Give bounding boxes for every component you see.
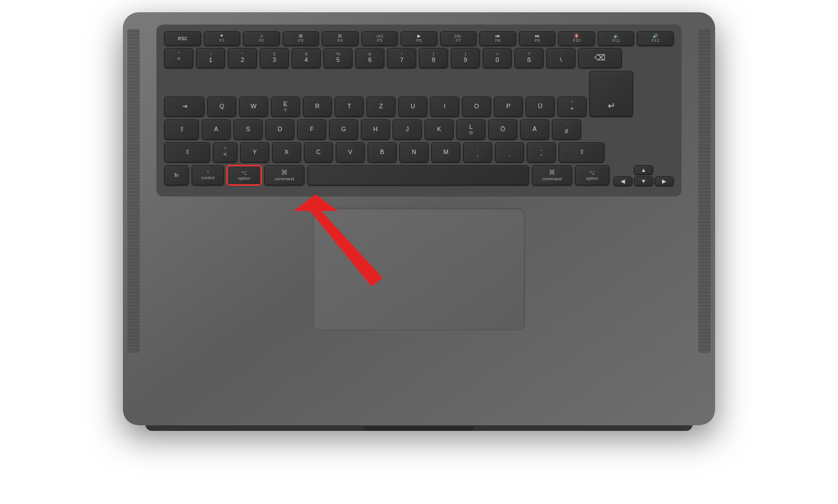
key-tab[interactable]: ⇥ xyxy=(164,97,204,117)
key-angle[interactable]: > < xyxy=(213,142,237,162)
key-w[interactable]: W xyxy=(239,97,268,117)
key-delete[interactable]: ⌫ xyxy=(578,48,622,68)
key-shift-right[interactable]: ⇧ xyxy=(559,142,604,162)
key-command-right[interactable]: ⌘ command xyxy=(532,165,572,185)
key-arrow-left[interactable]: ◀ xyxy=(613,176,632,186)
speaker-right xyxy=(698,29,711,353)
key-m[interactable]: M xyxy=(431,142,460,162)
key-g[interactable]: G xyxy=(329,119,358,140)
key-option-left[interactable]: ⌥ option xyxy=(227,165,261,185)
key-o[interactable]: O xyxy=(462,97,491,117)
key-option-right[interactable]: ⌥ option xyxy=(575,165,610,185)
key-z[interactable]: Z xyxy=(366,97,396,117)
arrow-key-group: ▲ ◀ ▼ ▶ xyxy=(613,165,674,186)
key-ae[interactable]: Ä xyxy=(520,119,549,140)
bottom-row: fn ^ control ⌥ option ⌘ command ⌘ xyxy=(164,165,674,186)
number-row: ° ^ ! 1 " 2 § 3 $ 4 xyxy=(164,48,674,68)
laptop-body: esc ✦ F1 ☼ F2 ⊞ F3 ⊟ F4 xyxy=(123,12,715,425)
key-f10[interactable]: 🔇 F10 xyxy=(558,31,595,46)
key-arrow-down[interactable]: ▼ xyxy=(634,176,653,186)
key-h[interactable]: H xyxy=(361,119,390,140)
key-comma[interactable]: ; , xyxy=(463,142,492,162)
key-f11[interactable]: 🔉 F11 xyxy=(598,31,635,46)
key-backtick[interactable]: ° ^ xyxy=(164,48,193,68)
key-oe[interactable]: Ö xyxy=(488,119,517,140)
key-d[interactable]: D xyxy=(265,119,294,140)
keyboard: esc ✦ F1 ☼ F2 ⊞ F3 ⊟ F4 xyxy=(156,25,682,196)
key-u[interactable]: U xyxy=(398,97,427,117)
key-l[interactable]: L @ xyxy=(456,119,485,140)
key-f8[interactable]: ⏮ F8 xyxy=(479,31,516,46)
yxcv-row: ⇧ > < Y X C V B N M ; , : . xyxy=(164,142,674,162)
key-ue[interactable]: Ü xyxy=(526,97,555,117)
key-f7[interactable]: ▷▷ F7 xyxy=(440,31,477,46)
key-p[interactable]: P xyxy=(494,97,523,117)
key-q[interactable]: Q xyxy=(207,97,236,117)
key-f1[interactable]: ✦ F1 xyxy=(204,31,241,46)
key-minus[interactable]: _ - xyxy=(527,142,556,162)
key-c[interactable]: C xyxy=(304,142,333,162)
qwertz-row: ⇥ Q W E € R T Z U I O P Ü * + xyxy=(164,71,674,117)
key-period[interactable]: : . xyxy=(495,142,524,162)
key-3[interactable]: § 3 xyxy=(260,48,289,68)
key-f5[interactable]: ◁◁ F5 xyxy=(361,31,398,46)
key-j[interactable]: J xyxy=(393,119,422,140)
key-k[interactable]: K xyxy=(425,119,454,140)
key-hash[interactable]: ' # xyxy=(552,119,581,140)
key-0[interactable]: = 0 xyxy=(483,48,512,68)
key-esc[interactable]: esc xyxy=(164,31,201,46)
key-t[interactable]: T xyxy=(335,97,364,117)
key-1[interactable]: ! 1 xyxy=(196,48,225,68)
key-f9[interactable]: ⏭ F9 xyxy=(519,31,556,46)
fn-row: esc ✦ F1 ☼ F2 ⊞ F3 ⊟ F4 xyxy=(164,31,674,46)
key-s[interactable]: S xyxy=(234,119,263,140)
key-5[interactable]: % 5 xyxy=(323,48,353,68)
key-f4[interactable]: ⊟ F4 xyxy=(322,31,359,46)
asdf-row: ⇪ A S D F G H J K L @ Ö Ä ' # xyxy=(164,119,674,140)
key-command-left[interactable]: ⌘ command xyxy=(264,165,304,185)
key-arrow-up[interactable]: ▲ xyxy=(634,165,653,175)
key-y[interactable]: Y xyxy=(240,142,269,162)
key-shift-left[interactable]: ⇧ xyxy=(164,142,210,162)
key-f6[interactable]: ▶ F6 xyxy=(401,31,437,46)
key-n[interactable]: N xyxy=(399,142,428,162)
key-i[interactable]: I xyxy=(430,97,459,117)
key-return[interactable]: ↵ xyxy=(589,71,633,117)
key-7[interactable]: / 7 xyxy=(387,48,416,68)
key-b[interactable]: B xyxy=(368,142,397,162)
key-v[interactable]: V xyxy=(336,142,365,162)
key-f12[interactable]: 🔊 F12 xyxy=(637,31,674,46)
key-f[interactable]: F xyxy=(297,119,326,140)
key-f2[interactable]: ☼ F2 xyxy=(243,31,280,46)
key-x[interactable]: X xyxy=(272,142,301,162)
key-e[interactable]: E € xyxy=(271,97,300,117)
key-6[interactable]: & 6 xyxy=(355,48,384,68)
key-plus[interactable]: * + xyxy=(558,97,587,117)
key-a[interactable]: A xyxy=(202,119,231,140)
key-fn[interactable]: fn xyxy=(164,165,189,185)
key-backtick2[interactable]: ` \ xyxy=(546,48,575,68)
key-4[interactable]: $ 4 xyxy=(292,48,321,68)
laptop-stand-foot xyxy=(363,426,475,431)
key-f3[interactable]: ⊞ F3 xyxy=(283,31,320,46)
key-2[interactable]: " 2 xyxy=(228,48,257,68)
speaker-left xyxy=(127,29,140,353)
key-8[interactable]: ( 8 xyxy=(419,48,448,68)
key-arrow-right[interactable]: ▶ xyxy=(655,176,674,186)
key-caps[interactable]: ⇪ xyxy=(164,119,199,140)
key-r[interactable]: R xyxy=(303,97,332,117)
key-control[interactable]: ^ control xyxy=(192,165,224,185)
key-ss[interactable]: ? ß xyxy=(515,48,544,68)
laptop-container: esc ✦ F1 ☼ F2 ⊞ F3 ⊟ F4 xyxy=(112,12,726,492)
key-9[interactable]: ) 9 xyxy=(451,48,480,68)
key-space[interactable] xyxy=(307,165,529,185)
trackpad[interactable] xyxy=(313,208,525,330)
